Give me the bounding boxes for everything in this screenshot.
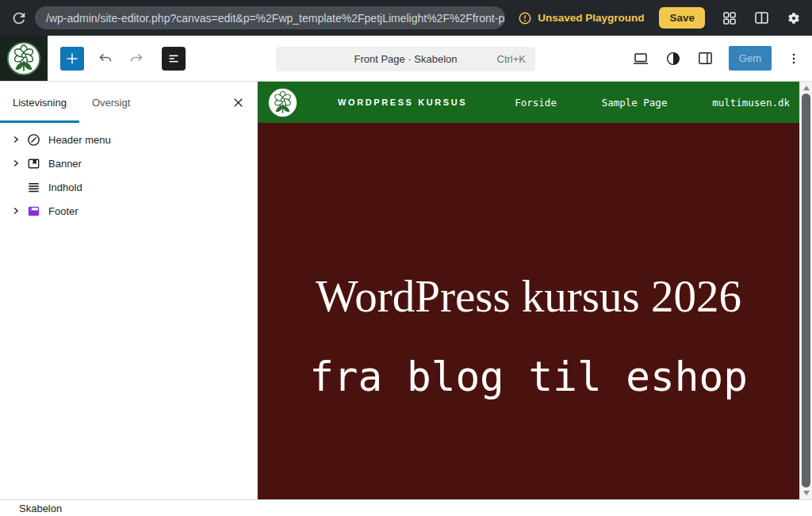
browser-actions — [722, 10, 802, 26]
site-navigation: Forside Sample Page multimusen.dk — [515, 97, 790, 109]
command-shortcut: Ctrl+K — [497, 53, 526, 65]
gear-icon[interactable] — [786, 10, 802, 26]
nav-link-forside[interactable]: Forside — [515, 97, 557, 109]
list-item-label: Footer — [48, 205, 79, 217]
playground-save-button[interactable]: Save — [659, 7, 705, 29]
nav-link-multimusen[interactable]: multimusen.dk — [712, 97, 790, 109]
editor-right-tools: Gem — [631, 46, 812, 71]
nav-link-sample-page[interactable]: Sample Page — [602, 97, 668, 109]
undo-icon[interactable] — [96, 49, 115, 68]
canvas-content: WORDPRESS KURSUS Forside Sample Page mul… — [258, 82, 799, 499]
breadcrumb-bar: Skabelon — [0, 499, 812, 516]
close-icon[interactable] — [231, 82, 246, 123]
scroll-down-arrow[interactable] — [800, 487, 812, 499]
devices-icon[interactable] — [631, 49, 650, 68]
site-header-block[interactable]: WORDPRESS KURSUS Forside Sample Page mul… — [258, 82, 799, 123]
canvas-scrollbar[interactable] — [799, 82, 812, 499]
list-item-footer[interactable]: Footer — [0, 199, 257, 223]
site-flower-logo[interactable] — [268, 88, 297, 117]
document-title: Front Page · Skabelon — [354, 53, 457, 65]
navigation-icon — [25, 132, 41, 147]
block-list: Header menu Banner Indhold — [0, 123, 257, 223]
unsaved-status-label: Unsaved Playground — [538, 12, 644, 24]
content-lines-icon — [25, 179, 41, 195]
list-item-header-menu[interactable]: Header menu — [0, 128, 257, 151]
list-item-label: Banner — [48, 158, 82, 170]
list-view-button[interactable] — [162, 47, 186, 71]
tab-oversigt[interactable]: Oversigt — [79, 82, 143, 123]
list-item-banner[interactable]: Banner — [0, 151, 257, 175]
reload-icon[interactable] — [10, 10, 28, 27]
hero-subheading[interactable]: fra blog til eshop — [309, 357, 748, 397]
site-flower-logo — [6, 41, 41, 76]
inserter-plus-button[interactable] — [60, 47, 84, 71]
breadcrumb[interactable]: Skabelon — [19, 503, 62, 514]
scrollbar-thumb[interactable] — [802, 94, 810, 487]
template-part-icon — [25, 155, 41, 171]
gem-save-button[interactable]: Gem — [729, 46, 772, 71]
tab-listevisning[interactable]: Listevisning — [0, 82, 79, 123]
panel-tabs: Listevisning Oversigt — [0, 82, 257, 123]
redo-icon[interactable] — [127, 49, 146, 68]
warning-icon — [518, 11, 532, 25]
browser-toolbar: /wp-admin/site-editor.php?canvas=edit&p=… — [0, 0, 812, 36]
site-title[interactable]: WORDPRESS KURSUS — [338, 97, 467, 107]
chevron-right-icon[interactable] — [6, 156, 25, 170]
editor-header: Front Page · Skabelon Ctrl+K Gem — [0, 36, 812, 82]
footer-template-part-icon — [25, 203, 41, 219]
chevron-right-icon[interactable] — [6, 132, 25, 147]
editor-canvas: WORDPRESS KURSUS Forside Sample Page mul… — [258, 82, 812, 499]
list-item-indhold[interactable]: Indhold — [0, 175, 257, 199]
list-view-panel: Listevisning Oversigt Header menu — [0, 82, 258, 499]
document-title-button[interactable]: Front Page · Skabelon Ctrl+K — [276, 47, 535, 71]
editor-body: Listevisning Oversigt Header menu — [0, 82, 812, 499]
kebab-menu-icon[interactable] — [786, 51, 802, 67]
address-bar[interactable]: /wp-admin/site-editor.php?canvas=edit&p=… — [35, 6, 505, 29]
list-item-label: Header menu — [48, 134, 111, 146]
grid-icon[interactable] — [722, 10, 737, 26]
editor-left-tools — [60, 47, 186, 71]
hero-heading[interactable]: WordPress kursus 2026 — [316, 273, 741, 319]
site-icon-button[interactable] — [0, 36, 48, 81]
playground-status: Unsaved Playground — [518, 11, 644, 25]
list-item-label: Indhold — [48, 182, 82, 193]
address-url: /wp-admin/site-editor.php?canvas=edit&p=… — [46, 12, 505, 25]
split-view-icon[interactable] — [753, 10, 770, 26]
hero-cover-block[interactable]: WordPress kursus 2026 fra blog til eshop — [258, 123, 799, 499]
chevron-right-icon[interactable] — [6, 204, 25, 218]
scroll-up-arrow[interactable] — [800, 82, 812, 94]
sidebar-panel-icon[interactable] — [696, 49, 714, 67]
styles-contrast-icon[interactable] — [665, 50, 682, 67]
